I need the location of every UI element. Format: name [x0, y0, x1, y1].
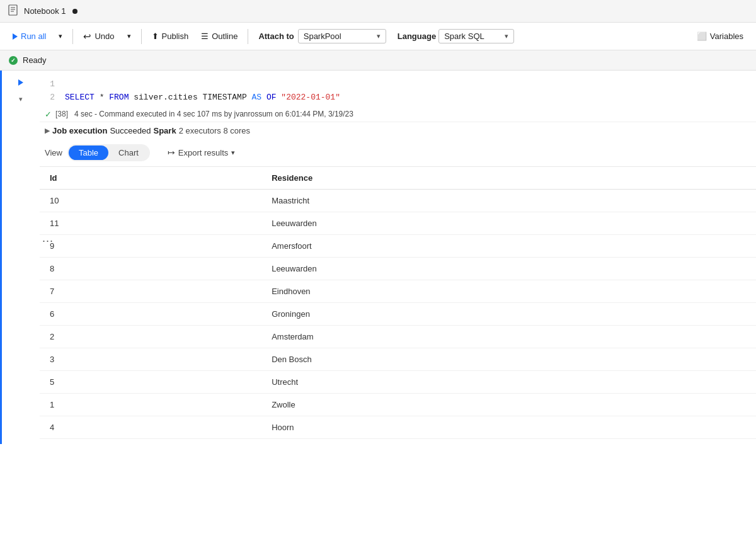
- data-table: Id Residence 10 Maastricht 11 Leeuwarden…: [40, 167, 756, 439]
- table-row: 4 Hoorn: [40, 416, 756, 438]
- keyword-as: AS: [252, 93, 262, 102]
- table-row: 1 Zwolle: [40, 393, 756, 416]
- table-row: 5 Utrecht: [40, 370, 756, 393]
- spark-pool-arrow-icon: ▾: [377, 32, 381, 40]
- export-results-button[interactable]: ↦ Export results ▾: [163, 145, 240, 160]
- output-text: 4 sec - Command executed in 4 sec 107 ms…: [74, 110, 353, 118]
- cell-id: 2: [40, 325, 261, 348]
- job-exec-details: 2 executors 8 cores: [179, 126, 250, 135]
- run-all-dropdown[interactable]: ▾: [54, 30, 67, 43]
- table-row: 2 Amsterdam: [40, 325, 756, 348]
- undo-button[interactable]: ↩ Undo: [78, 28, 119, 45]
- view-tabs: Table Chart: [67, 144, 150, 161]
- table-tab[interactable]: Table: [69, 145, 108, 160]
- toolbar: Run all ▾ ↩ Undo ▾ ⬆ Publish ☰ Outline A…: [0, 23, 756, 50]
- col-id-header: Id: [40, 167, 261, 190]
- code-line-2: 2 SELECT * FROM silver.cities TIMESTAMP …: [40, 91, 756, 105]
- output-check-icon: ✓: [45, 110, 52, 119]
- cell-id: 7: [40, 280, 261, 302]
- keyword-from: FROM: [109, 93, 129, 102]
- cell-id: 6: [40, 302, 261, 325]
- results-area: View Table Chart ↦ Export results ▾: [40, 139, 756, 439]
- cell-id: 4: [40, 416, 261, 438]
- cell-residence: Groningen: [261, 302, 756, 325]
- cell-sidebar: ▾: [2, 71, 40, 444]
- separator-3: [248, 29, 248, 44]
- cell-output: ✓ [38] 4 sec - Command executed in 4 sec…: [40, 107, 756, 122]
- cell-residence: Maastricht: [261, 189, 756, 212]
- job-exec-spark: Spark: [153, 126, 176, 135]
- table-row: 11 Leeuwarden: [40, 212, 756, 234]
- cell-more-menu[interactable]: ···: [42, 234, 54, 248]
- status-bar: Ready: [0, 50, 756, 71]
- separator-2: [141, 29, 142, 44]
- table-name: silver.cities: [134, 93, 202, 102]
- attach-to-label: Attach to: [258, 31, 294, 41]
- cell-residence: Zwolle: [261, 393, 756, 416]
- publish-button[interactable]: ⬆ Publish: [147, 29, 194, 43]
- cell-id: 8: [40, 257, 261, 280]
- chart-tab[interactable]: Chart: [108, 145, 149, 160]
- keyword-of: OF: [266, 93, 277, 102]
- job-exec-expand-icon[interactable]: ▶: [45, 127, 50, 135]
- cell-1: ▾ 1 2 SELECT * FROM silver.cities: [0, 71, 756, 444]
- undo-dropdown[interactable]: ▾: [122, 30, 136, 43]
- status-text: Ready: [23, 55, 47, 65]
- export-label: Export results: [178, 148, 228, 157]
- language-value: Spark SQL: [444, 31, 484, 41]
- cell-id: 9: [40, 234, 261, 257]
- notebook-area: ▾ 1 2 SELECT * FROM silver.cities: [0, 71, 756, 444]
- notebook-icon: [8, 4, 19, 18]
- table-row: 8 Leeuwarden: [40, 257, 756, 280]
- job-exec-status: Succeeded: [110, 126, 151, 135]
- title-bar: Notebook 1: [0, 0, 756, 23]
- outline-icon: ☰: [201, 31, 209, 41]
- variables-button[interactable]: ⬜ Variables: [692, 29, 748, 43]
- keyword-timestamp: TIMESTAMP: [202, 93, 251, 102]
- variables-icon: ⬜: [697, 31, 707, 41]
- language-label: Language: [398, 31, 436, 41]
- publish-icon: ⬆: [152, 31, 159, 41]
- export-chevron-icon: ▾: [231, 149, 235, 157]
- table-row: 6 Groningen: [40, 302, 756, 325]
- line-number-1: 1: [45, 78, 55, 91]
- spark-pool-value: SparkPool: [304, 31, 341, 41]
- language-arrow-icon: ▾: [505, 32, 508, 40]
- job-exec-label: Job execution: [52, 126, 107, 135]
- cell-id: 5: [40, 370, 261, 393]
- keyword-select: SELECT: [65, 93, 94, 102]
- notebook-title: Notebook 1: [24, 6, 66, 16]
- cell-id: 1: [40, 393, 261, 416]
- cell-residence: Eindhoven: [261, 280, 756, 302]
- cell-collapse-button[interactable]: ▾: [14, 92, 28, 106]
- table-header-row: Id Residence: [40, 167, 756, 190]
- cell-id: 11: [40, 212, 261, 234]
- status-dot-icon: [9, 56, 18, 65]
- cell-residence: Amersfoort: [261, 234, 756, 257]
- table-row: 10 Maastricht: [40, 189, 756, 212]
- table-row: 3 Den Bosch: [40, 348, 756, 370]
- table-row: 7 Eindhoven: [40, 280, 756, 302]
- undo-icon: ↩: [83, 31, 91, 42]
- cell-residence: Utrecht: [261, 370, 756, 393]
- svg-rect-0: [9, 5, 17, 15]
- language-select[interactable]: Spark SQL ▾: [438, 29, 514, 43]
- cell-residence: Leeuwarden: [261, 257, 756, 280]
- chevron-down-icon: ▾: [59, 32, 62, 40]
- cell-run-button[interactable]: [14, 76, 28, 89]
- separator-1: [72, 29, 73, 44]
- cell-content: 1 2 SELECT * FROM silver.cities TIMESTAM…: [40, 71, 756, 444]
- view-label: View: [45, 148, 62, 157]
- execution-count: [38]: [55, 110, 68, 118]
- cell-residence: Amsterdam: [261, 325, 756, 348]
- cell-chevron-icon: ▾: [19, 95, 23, 103]
- cell-residence: Den Bosch: [261, 348, 756, 370]
- job-execution: ▶ Job execution Succeeded Spark 2 execut…: [40, 122, 756, 139]
- cell-id: 10: [40, 189, 261, 212]
- table-row: 9 Amersfoort: [40, 234, 756, 257]
- run-all-button[interactable]: Run all: [8, 29, 51, 43]
- outline-button[interactable]: ☰ Outline: [196, 29, 243, 43]
- cell-residence: Leeuwarden: [261, 212, 756, 234]
- spark-pool-select[interactable]: SparkPool ▾: [298, 29, 386, 43]
- code-editor[interactable]: 1 2 SELECT * FROM silver.cities TIMESTAM…: [40, 76, 756, 107]
